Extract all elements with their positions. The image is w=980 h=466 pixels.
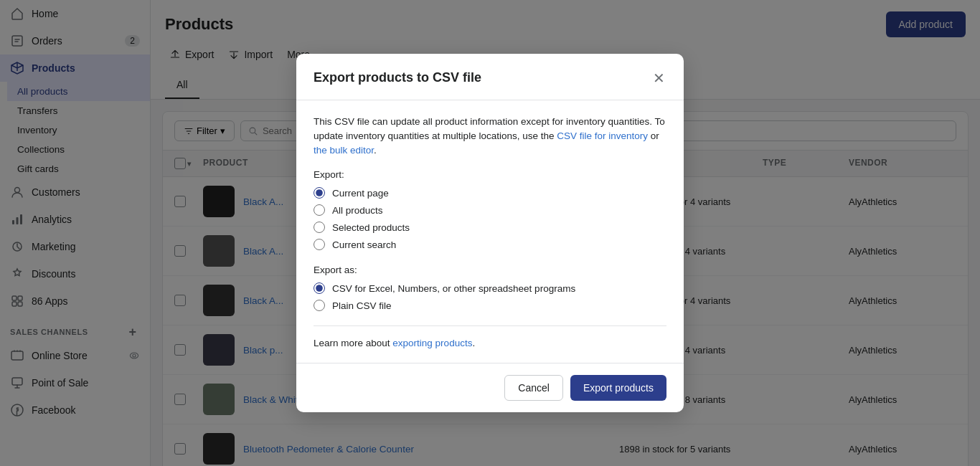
learn-more-link[interactable]: exporting products: [392, 338, 472, 348]
export-as-label: Export as:: [314, 265, 666, 275]
export-options-section: Export: Current page All products Select…: [314, 169, 666, 250]
close-icon: ✕: [653, 70, 665, 86]
export-modal: Export products to CSV file ✕ This CSV f…: [296, 54, 684, 413]
modal-body: This CSV file can update all product inf…: [296, 100, 684, 363]
export-option-all-products[interactable]: All products: [314, 204, 666, 216]
export-option-current-search[interactable]: Current search: [314, 239, 666, 250]
modal-overlay[interactable]: Export products to CSV file ✕ This CSV f…: [0, 0, 980, 466]
export-as-radio-group: CSV for Excel, Numbers, or other spreads…: [314, 282, 666, 311]
modal-description: This CSV file can update all product inf…: [314, 115, 666, 158]
modal-divider: [314, 325, 666, 326]
export-as-option-csv-excel[interactable]: CSV for Excel, Numbers, or other spreads…: [314, 282, 666, 294]
modal-close-button[interactable]: ✕: [651, 68, 666, 88]
export-option-selected-products[interactable]: Selected products: [314, 222, 666, 233]
cancel-button[interactable]: Cancel: [504, 375, 563, 401]
modal-header: Export products to CSV file ✕: [296, 54, 684, 100]
export-as-option-plain-csv[interactable]: Plain CSV file: [314, 300, 666, 311]
modal-learn: Learn more about exporting products.: [314, 338, 666, 348]
csv-inventory-link[interactable]: CSV file for inventory: [557, 130, 648, 141]
modal-footer: Cancel Export products: [296, 363, 684, 412]
export-option-current-page[interactable]: Current page: [314, 187, 666, 199]
modal-title: Export products to CSV file: [314, 70, 481, 85]
export-label: Export:: [314, 169, 666, 180]
export-as-section: Export as: CSV for Excel, Numbers, or ot…: [314, 265, 666, 311]
export-products-button[interactable]: Export products: [570, 375, 666, 401]
export-radio-group: Current page All products Selected produ…: [314, 187, 666, 250]
bulk-editor-link[interactable]: the bulk editor: [314, 145, 374, 156]
